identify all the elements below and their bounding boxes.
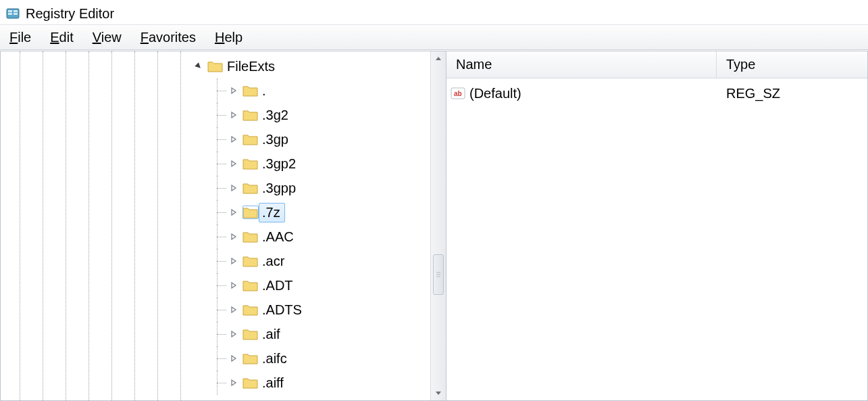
svg-rect-2 (8, 13, 12, 15)
tree-node[interactable]: . (194, 78, 307, 103)
menu-file[interactable]: File (9, 30, 31, 45)
expand-collapse-icon[interactable] (229, 232, 238, 241)
svg-rect-4 (14, 13, 18, 15)
tree-connector (217, 346, 229, 371)
titlebar: Registry Editor (0, 0, 868, 24)
tree-connector (217, 225, 229, 249)
folder-icon (242, 352, 259, 365)
tree-node-label: .aifc (259, 349, 292, 369)
column-header-type[interactable]: Type (717, 51, 867, 78)
menu-help[interactable]: Help (215, 30, 242, 45)
tree-node[interactable]: .aif (194, 322, 307, 346)
folder-icon (242, 230, 259, 243)
expand-collapse-icon[interactable] (229, 354, 238, 363)
scroll-down-icon[interactable] (431, 385, 446, 400)
tree-connector (217, 273, 229, 298)
tree-node-label: . (259, 81, 271, 101)
folder-icon (207, 60, 224, 73)
folder-icon (242, 327, 259, 341)
column-header-name[interactable]: Name (446, 51, 717, 78)
tree-node-fileexts[interactable]: FileExts (194, 54, 307, 78)
tree-node-label: .7z (259, 203, 285, 222)
values-rows: ab (Default) REG_SZ (446, 78, 867, 104)
tree-node[interactable]: .7z (194, 200, 307, 225)
expand-collapse-icon[interactable] (229, 281, 238, 290)
tree: FileExts . .3g2 .3gp (194, 54, 307, 395)
tree-panel: FileExts . .3g2 .3gp (0, 51, 446, 401)
tree-node-label: .AAC (259, 227, 299, 247)
tree-connector (217, 151, 229, 176)
folder-icon (242, 279, 259, 292)
menubar: File Edit View Favorites Help (0, 24, 868, 50)
scrollbar-thumb[interactable] (433, 254, 444, 295)
folder-icon (242, 303, 259, 316)
folder-icon (242, 157, 259, 170)
expand-collapse-icon[interactable] (229, 378, 238, 387)
tree-node-label: .aiff (259, 373, 288, 393)
tree-node[interactable]: .ADT (194, 273, 307, 298)
tree-node-label: .acr (259, 252, 289, 271)
tree-children-container: . .3g2 .3gp .3gp2 (194, 78, 307, 395)
window-title: Registry Editor (26, 6, 114, 22)
tree-node-label: .3g2 (259, 105, 293, 125)
expand-collapse-icon[interactable] (229, 110, 238, 120)
expand-collapse-icon[interactable] (229, 183, 238, 193)
values-panel: Name Type ab (Default) REG_SZ (446, 51, 868, 401)
tree-node-label: .ADT (259, 276, 298, 296)
menu-favorites[interactable]: Favorites (141, 30, 196, 45)
expand-collapse-icon[interactable] (229, 305, 238, 314)
value-name: (Default) (469, 86, 717, 101)
tree-node[interactable]: .aiff (194, 371, 307, 395)
tree-connector (217, 371, 229, 395)
vertical-scrollbar[interactable] (430, 51, 446, 400)
folder-icon (242, 84, 259, 97)
tree-connector (217, 176, 229, 200)
folder-icon (242, 133, 259, 146)
folder-icon (242, 181, 259, 195)
tree-node-label: .3gp (259, 130, 293, 149)
regedit-icon (5, 6, 20, 21)
folder-icon (242, 254, 259, 268)
expand-collapse-icon[interactable] (229, 329, 238, 339)
tree-node-label: .ADTS (259, 300, 307, 320)
expand-collapse-icon[interactable] (229, 159, 238, 168)
column-headers: Name Type (446, 51, 867, 78)
tree-node[interactable]: .aifc (194, 346, 307, 371)
tree-connector (217, 298, 229, 322)
tree-node[interactable]: .3g2 (194, 103, 307, 127)
expand-collapse-icon[interactable] (194, 62, 203, 71)
tree-node-label: FileExts (224, 57, 280, 76)
tree-connector (217, 127, 229, 151)
tree-node-label: .3gpp (259, 179, 301, 198)
string-value-icon: ab (446, 87, 469, 100)
folder-icon (242, 206, 259, 219)
expand-collapse-icon[interactable] (229, 208, 238, 217)
expand-collapse-icon[interactable] (229, 135, 238, 144)
value-type: REG_SZ (717, 86, 780, 101)
table-row[interactable]: ab (Default) REG_SZ (446, 82, 867, 104)
menu-edit[interactable]: Edit (50, 30, 73, 45)
folder-icon (242, 376, 259, 390)
tree-connector (217, 103, 229, 127)
tree-node[interactable]: .3gp2 (194, 151, 307, 176)
tree-node[interactable]: .3gp (194, 127, 307, 151)
tree-node-label: .3gp2 (259, 154, 301, 174)
tree-connector (217, 322, 229, 346)
folder-icon (242, 108, 259, 122)
svg-text:ab: ab (454, 90, 462, 97)
tree-connector (217, 200, 229, 225)
svg-rect-1 (8, 10, 12, 12)
svg-rect-3 (14, 10, 18, 12)
scroll-up-icon[interactable] (431, 51, 446, 66)
menu-view[interactable]: View (93, 30, 122, 45)
tree-connector (217, 78, 229, 103)
tree-connector (217, 249, 229, 273)
main-area: FileExts . .3g2 .3gp (0, 50, 868, 401)
tree-node-label: .aif (259, 325, 285, 344)
tree-node[interactable]: .3gpp (194, 176, 307, 200)
expand-collapse-icon[interactable] (229, 86, 238, 95)
tree-node[interactable]: .ADTS (194, 298, 307, 322)
expand-collapse-icon[interactable] (229, 256, 238, 266)
tree-node[interactable]: .AAC (194, 225, 307, 249)
tree-node[interactable]: .acr (194, 249, 307, 273)
